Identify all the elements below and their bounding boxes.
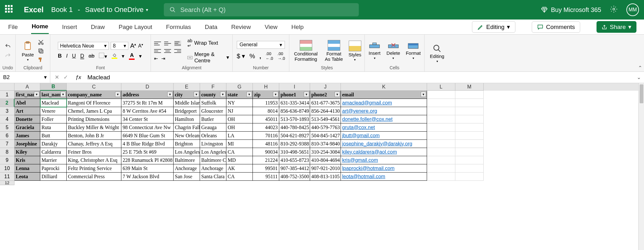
cell-H10[interactable]: 99501: [253, 164, 279, 173]
align-middle-icon[interactable]: [164, 41, 171, 46]
cell-K6[interactable]: jbutt@gmail.com: [341, 132, 427, 140]
cell-I2[interactable]: 631-335-3414: [279, 99, 310, 107]
fill-color-button[interactable]: [112, 53, 117, 59]
header-cell-phone2[interactable]: phone2▾: [310, 91, 341, 99]
column-header-A[interactable]: A: [14, 83, 40, 91]
tab-data[interactable]: Data: [204, 20, 218, 34]
cell-K4[interactable]: donette.foller@cox.net: [341, 115, 427, 123]
cell-G6[interactable]: LA: [226, 132, 253, 140]
format-painter-icon[interactable]: [38, 57, 44, 63]
percent-button[interactable]: %: [249, 53, 255, 60]
cell-D6[interactable]: 6649 N Blue Gum St: [121, 132, 174, 140]
tab-help[interactable]: Help: [291, 20, 304, 34]
filter-dropdown-icon[interactable]: ▾: [247, 92, 252, 97]
cell-C10[interactable]: Feltz Printing Service: [67, 164, 121, 173]
filter-dropdown-icon[interactable]: ▾: [273, 92, 278, 97]
borders-button[interactable]: ▾: [99, 53, 107, 60]
cell-D5[interactable]: 98 Connecticut Ave Nw: [121, 123, 174, 132]
header-cell-first_name[interactable]: first_name▾: [14, 91, 40, 99]
app-launcher[interactable]: [5, 5, 14, 14]
paste-button[interactable]: Paste ▾: [22, 41, 34, 61]
row-header-3[interactable]: 3: [0, 107, 14, 115]
cell-B6[interactable]: Butt: [40, 132, 67, 140]
select-all-corner[interactable]: [0, 83, 14, 91]
cell-L1[interactable]: [427, 91, 455, 99]
collapse-ribbon-icon[interactable]: ⌃: [638, 65, 642, 71]
cell-L9[interactable]: [427, 156, 455, 164]
cell-A3[interactable]: Art: [14, 107, 40, 115]
tab-insert[interactable]: Insert: [61, 20, 78, 34]
increase-font-icon[interactable]: A▴: [130, 42, 136, 49]
cell-B9[interactable]: Marrier: [40, 156, 67, 164]
cell-M8[interactable]: [455, 148, 484, 156]
bold-button[interactable]: B: [58, 53, 62, 59]
header-cell-address[interactable]: address▾: [121, 91, 174, 99]
tab-file[interactable]: File: [8, 20, 19, 34]
cell-D9[interactable]: 228 Runamuck Pl #2808: [121, 156, 174, 164]
cell-A5[interactable]: Graciela: [14, 123, 40, 132]
cell-G8[interactable]: CA: [226, 148, 253, 156]
cell-J4[interactable]: 513-549-4561: [310, 115, 341, 123]
expand-formula-bar-icon[interactable]: ⌄: [634, 74, 644, 80]
cell-K5[interactable]: gruta@cox.net: [341, 123, 427, 132]
cell-L8[interactable]: [427, 148, 455, 156]
cell-M3[interactable]: [455, 107, 484, 115]
wrap-text-button[interactable]: ab↵Wrap Text: [187, 38, 229, 48]
cell-E3[interactable]: Bridgeport: [174, 107, 200, 115]
cell-D7[interactable]: 4 B Blue Ridge Blvd: [121, 140, 174, 148]
cell-K2[interactable]: amaclead@gmail.com: [341, 99, 427, 107]
tab-draw[interactable]: Draw: [90, 20, 105, 34]
cell-C9[interactable]: King, Christopher A Esq: [67, 156, 121, 164]
decrease-font-icon[interactable]: A▾: [138, 43, 143, 49]
header-cell-zip[interactable]: zip▾: [253, 91, 279, 99]
underline-button[interactable]: U: [72, 53, 76, 59]
filter-dropdown-icon[interactable]: ▾: [167, 92, 173, 97]
cell-F3[interactable]: Gloucester: [200, 107, 226, 115]
cell-D3[interactable]: 8 W Cerritos Ave #54: [121, 107, 174, 115]
row-header-8[interactable]: 8: [0, 148, 14, 156]
insert-cells-button[interactable]: Insert▾: [368, 42, 381, 60]
cell-F11[interactable]: Santa Clara: [200, 173, 226, 181]
filter-dropdown-icon[interactable]: ▾: [220, 92, 225, 97]
cell-C5[interactable]: Buckley Miller & Wright: [67, 123, 121, 132]
increase-indent-icon[interactable]: ⇥: [161, 56, 165, 61]
cell-A4[interactable]: Donette: [14, 115, 40, 123]
row-header-2[interactable]: 2: [0, 99, 14, 107]
decrease-decimal-icon[interactable]: .00→.0: [278, 51, 285, 61]
cell-A8[interactable]: Kiley: [14, 148, 40, 156]
search-box[interactable]: [164, 3, 359, 16]
copy-icon[interactable]: [38, 48, 44, 54]
cell-H3[interactable]: 8014: [253, 107, 279, 115]
cell-E9[interactable]: Baltimore: [174, 156, 200, 164]
cell-A7[interactable]: Josephine: [14, 140, 40, 148]
row-header-6[interactable]: 6: [0, 132, 14, 140]
cell-M7[interactable]: [455, 140, 484, 148]
cell-L11[interactable]: [427, 173, 455, 181]
cell-L2[interactable]: [427, 99, 455, 107]
cell-J8[interactable]: 310-254-3084: [310, 148, 341, 156]
cell-styles-button[interactable]: Styles▾: [348, 41, 361, 61]
cell-M6[interactable]: [455, 132, 484, 140]
column-header-E[interactable]: E: [174, 83, 200, 91]
cell-J7[interactable]: 810-374-9840: [310, 140, 341, 148]
cell-B7[interactable]: Darakjy: [40, 140, 67, 148]
column-header-F[interactable]: F: [200, 83, 226, 91]
column-header-L[interactable]: L: [427, 83, 455, 91]
filter-dropdown-icon[interactable]: ▾: [115, 92, 120, 97]
cell-A9[interactable]: Kris: [14, 156, 40, 164]
cell-I7[interactable]: 810-292-9388: [279, 140, 310, 148]
cell-E11[interactable]: San Jose: [174, 173, 200, 181]
cut-icon[interactable]: [38, 39, 44, 45]
cell-J9[interactable]: 410-804-4694: [310, 156, 341, 164]
header-cell-email[interactable]: email▾: [341, 91, 427, 99]
tab-formulas[interactable]: Formulas: [165, 20, 192, 34]
cell-F7[interactable]: Livingston: [200, 140, 226, 148]
cell-L7[interactable]: [427, 140, 455, 148]
tab-view[interactable]: View: [264, 20, 278, 34]
tab-page-layout[interactable]: Page Layout: [118, 20, 153, 34]
currency-button[interactable]: $ ▾: [237, 52, 245, 60]
cell-E2[interactable]: Middle Island: [174, 99, 200, 107]
cell-I3[interactable]: 856-636-8749: [279, 107, 310, 115]
cell-D8[interactable]: 25 E 75th St #69: [121, 148, 174, 156]
cell-E7[interactable]: Brighton: [174, 140, 200, 148]
